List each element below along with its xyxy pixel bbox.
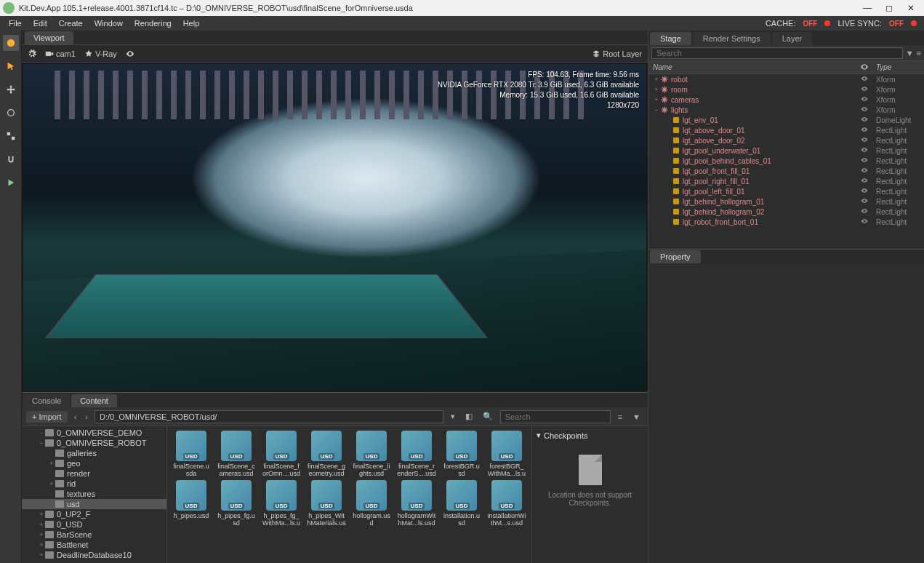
expand-icon[interactable]: +: [38, 511, 45, 518]
tab-property[interactable]: Property: [650, 250, 701, 263]
folder-node[interactable]: +rid: [22, 479, 166, 489]
camera-selector[interactable]: cam1: [45, 49, 76, 58]
visibility-icon[interactable]: [860, 105, 869, 113]
collapse-icon[interactable]: ▾: [537, 431, 541, 440]
menu-create[interactable]: Create: [53, 19, 89, 28]
viewport-settings-icon[interactable]: [28, 49, 36, 58]
folder-node[interactable]: +BarScene: [22, 530, 166, 540]
stage-row[interactable]: +roomXform: [648, 84, 924, 95]
select-tool-icon[interactable]: [3, 35, 19, 51]
stage-options-icon[interactable]: ≡: [917, 49, 921, 57]
visibility-icon[interactable]: [860, 176, 869, 185]
file-item[interactable]: finalScene_forOmn....usda: [262, 431, 301, 477]
visibility-icon[interactable]: [860, 196, 869, 205]
file-item[interactable]: installationWithM...s.usd: [487, 480, 526, 527]
visibility-icon[interactable]: [860, 217, 869, 225]
folder-node[interactable]: +0_UP2_F: [22, 509, 166, 519]
folder-node[interactable]: +DeadlineDatabase10: [22, 550, 166, 560]
tab-content[interactable]: Content: [71, 394, 117, 407]
menu-rendering[interactable]: Rendering: [129, 19, 177, 28]
file-item[interactable]: finalScene_geometry.usd: [307, 431, 346, 477]
stage-hdr-type[interactable]: Type: [873, 63, 924, 71]
viewport[interactable]: FPS: 104.63, Frame time: 9.56 ms NVIDIA …: [23, 64, 646, 391]
file-item[interactable]: finalScene_renderS....usd: [397, 431, 436, 477]
move-tool-icon[interactable]: [3, 81, 19, 97]
tab-render-settings[interactable]: Render Settings: [693, 32, 771, 45]
close-button[interactable]: ✕: [901, 3, 921, 13]
snap-tool-icon[interactable]: [3, 151, 19, 167]
menu-file[interactable]: File: [3, 19, 28, 28]
file-item[interactable]: hollogramWithMat...ls.usd: [397, 480, 436, 527]
visibility-icon[interactable]: [860, 135, 869, 144]
stage-row[interactable]: lgt_above_door_02RectLight: [648, 135, 924, 145]
file-item[interactable]: h_pipes_fg_WithMa...ls.usd: [262, 480, 301, 527]
tab-layer[interactable]: Layer: [772, 32, 813, 45]
file-item[interactable]: finalScene_cameras.usd: [217, 431, 256, 477]
expand-icon[interactable]: +: [38, 521, 45, 528]
stage-row[interactable]: lgt_pool_left_fill_01RectLight: [648, 186, 924, 196]
visibility-column-icon[interactable]: [860, 63, 869, 71]
expand-icon[interactable]: -: [38, 429, 45, 436]
stage-row[interactable]: lgt_behind_hollogram_02RectLight: [648, 207, 924, 217]
stage-row[interactable]: lgt_env_01DomeLight: [648, 115, 924, 125]
stage-row[interactable]: lgt_behind_hollogram_01RectLight: [648, 196, 924, 207]
filter-icon[interactable]: ▼: [630, 412, 643, 421]
visibility-icon[interactable]: [860, 125, 869, 134]
renderer-selector[interactable]: V-Ray: [84, 49, 117, 58]
livesync-status[interactable]: OFF: [889, 20, 904, 28]
stage-row[interactable]: +camerasXform: [648, 95, 924, 105]
file-item[interactable]: h_pipes_fg.usd: [217, 480, 256, 527]
folder-node[interactable]: +geo: [22, 458, 166, 468]
stage-tree[interactable]: +robotXform+roomXform+camerasXform−light…: [648, 74, 924, 249]
rotate-tool-icon[interactable]: [3, 105, 19, 121]
play-tool-icon[interactable]: [3, 175, 19, 191]
file-item[interactable]: h_pipes_WithMaterials.usd: [307, 480, 346, 527]
content-search-input[interactable]: [500, 410, 611, 423]
nav-fwd-icon[interactable]: ›: [83, 412, 90, 421]
stage-row[interactable]: lgt_pool_behind_cables_01RectLight: [648, 156, 924, 166]
bookmark-icon[interactable]: ◧: [462, 412, 475, 421]
stage-hdr-name[interactable]: Name: [648, 63, 856, 71]
folder-node[interactable]: textures: [22, 489, 166, 499]
visibility-icon[interactable]: [860, 84, 869, 93]
expand-icon[interactable]: +: [48, 460, 55, 467]
folder-node[interactable]: -0_OMNIVERSE_DEMO: [22, 428, 166, 438]
stage-row[interactable]: lgt_pool_front_fill_01RectLight: [648, 166, 924, 176]
file-item[interactable]: h_pipes.usd: [172, 480, 211, 527]
file-item[interactable]: finalScene_lights.usd: [352, 431, 391, 477]
nav-back-icon[interactable]: ‹: [72, 412, 79, 421]
file-item[interactable]: forestBGR.usd: [442, 431, 481, 477]
file-item[interactable]: installation.usd: [442, 480, 481, 527]
stage-row[interactable]: lgt_pool_underwater_01RectLight: [648, 145, 924, 156]
visibility-icon[interactable]: [860, 145, 869, 154]
scale-tool-icon[interactable]: [3, 128, 19, 144]
expand-icon[interactable]: −: [38, 439, 45, 447]
menu-window[interactable]: Window: [89, 19, 129, 28]
view-options-icon[interactable]: ≡: [615, 412, 625, 421]
visibility-icon[interactable]: [860, 95, 869, 103]
folder-node[interactable]: −0_OMNIVERSE_ROBOT: [22, 438, 166, 448]
expand-icon[interactable]: +: [48, 480, 55, 487]
stage-row[interactable]: lgt_pool_right_fill_01RectLight: [648, 176, 924, 186]
folder-node[interactable]: +0_USD: [22, 519, 166, 530]
stage-search-input[interactable]: [651, 47, 903, 59]
tab-console[interactable]: Console: [23, 394, 70, 407]
folder-tree[interactable]: -0_OMNIVERSE_DEMO−0_OMNIVERSE_ROBOTgalle…: [22, 426, 167, 563]
import-button[interactable]: + Import: [26, 411, 68, 423]
file-grid[interactable]: finalScene.usdafinalScene_cameras.usdfin…: [167, 426, 531, 563]
visibility-icon[interactable]: [860, 207, 869, 215]
file-item[interactable]: forestBGR_WithMa...ls.usd: [487, 431, 526, 477]
folder-node[interactable]: render: [22, 468, 166, 479]
pointer-tool-icon[interactable]: [3, 58, 19, 74]
expand-icon[interactable]: +: [38, 541, 45, 548]
file-item[interactable]: hollogram.usd: [352, 480, 391, 527]
stage-row[interactable]: +robotXform: [648, 74, 924, 84]
visibility-icon[interactable]: [860, 166, 869, 175]
minimize-button[interactable]: —: [857, 3, 877, 13]
maximize-button[interactable]: ◻: [879, 3, 899, 13]
folder-node[interactable]: +Battlenet: [22, 540, 166, 550]
expand-icon[interactable]: +: [38, 551, 45, 559]
visibility-icon[interactable]: [860, 115, 869, 124]
expand-icon[interactable]: +: [38, 531, 45, 538]
visibility-icon[interactable]: [860, 156, 869, 164]
